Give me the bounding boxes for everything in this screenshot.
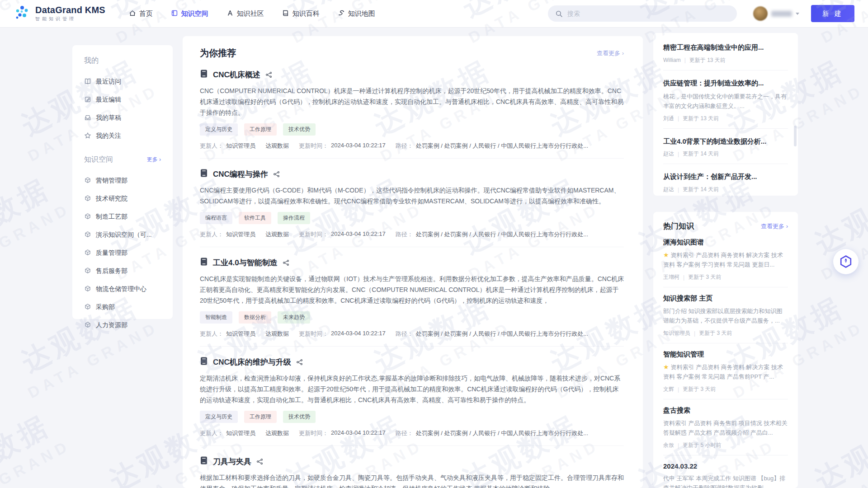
nav-item-label: 知识百科 [292,9,320,18]
article-title[interactable]: 工业4.0与智能制造 [213,258,278,268]
nav-item-knowledge-map[interactable]: 知识地图 [338,9,375,18]
share-icon[interactable] [273,171,280,178]
article-tag[interactable]: 未来趋势 [278,311,310,324]
recommend-item-title[interactable]: 从设计到生产：创新产品开发... [663,172,788,182]
article-title[interactable]: CNC机床概述 [213,70,260,80]
book-open-icon [84,78,91,86]
hot-knowledge-panel: 热门知识 查看更多 渊海知识图谱 ★资料索引 产品资料 商务资料 解决方案 技术… [653,212,798,488]
new-button[interactable]: 新 建 [811,5,854,22]
hot-item-title[interactable]: 渊海知识图谱 [663,238,788,247]
sidebar-space-item[interactable]: 质量管理部 [84,244,161,262]
recommend-item-title[interactable]: 精密工程在高端制造业中的应用... [663,42,788,52]
article-tag[interactable]: 智能制造 [200,311,232,324]
hot-knowledge-title: 热门知识 [663,221,694,231]
author: 赵达 [663,186,674,193]
article-tag[interactable]: 定义与历史 [200,411,238,423]
meta-org: 达观数据 [265,142,289,150]
recommend-item-title[interactable]: 工业4.0背景下的制造业数据分析... [663,136,788,146]
hot-item-title[interactable]: 知识搜索部 主页 [663,294,788,303]
article-tag[interactable]: 技术优势 [283,411,316,423]
knowledge-wiki-icon [282,9,289,18]
meta-updater: 知识管理员 [226,330,255,338]
hot-item-desc: 资料索引 产品资料 商务售前 项目情况 技术相关 答疑解惑 产品文档 产品视频介… [663,420,787,436]
sidebar-item-my-follows[interactable]: 我的关注 [84,127,161,145]
article-tag[interactable]: 操作流程 [278,212,310,224]
recommend-item-title[interactable]: 供应链管理：提升制造业效率的... [663,78,788,88]
recommend-item-desc: 桃花，是中国传统文化中的重要花卉之一，具有丰富的文化内涵和象征意义。... [663,92,788,111]
username-blurred [771,11,792,17]
user-menu[interactable] [753,6,799,21]
author: 赵达 [663,150,674,158]
article-tag[interactable]: 工作原理 [244,411,277,423]
article-tag[interactable]: 软件工具 [239,212,271,224]
sidebar-space-item[interactable]: 采购部 [84,298,161,316]
article-title[interactable]: CNC机床的维护与升级 [213,357,291,367]
sidebar-space-item[interactable]: 技术研究院 [84,190,161,208]
cube-icon [84,213,91,221]
sidebar-space-item[interactable]: 制造工艺部 [84,208,161,226]
search-input[interactable] [567,10,730,17]
meta-label: 路径： [396,330,413,338]
sidebar-item-recent-edits[interactable]: 最近编辑 [84,91,161,109]
meta-label: 更新时间： [299,429,328,437]
meta-label: 路径： [396,230,413,239]
nav-item-knowledge-wiki[interactable]: 知识百科 [282,9,320,18]
article-title[interactable]: CNC编程与操作 [213,169,268,179]
article-tag[interactable]: 数据分析 [239,311,271,324]
list-item: 知识搜索部 主页 部门介绍 知识搜索部以底层搜索能力和知识图谱能力为基础，不仅提… [663,287,788,343]
document-icon [200,357,208,367]
list-item: 工业4.0背景下的制造业数据分析... 赵达|更新于 14 天前 [663,129,788,164]
hot-item-title[interactable]: 2024.03.22 [663,462,788,470]
sidebar-space-item[interactable]: 人力资源部 [84,316,161,334]
sidebar-item-label: 我的关注 [96,132,121,140]
hot-item-title[interactable]: 智能知识管理 [663,350,788,359]
list-item: 精密工程在高端制造业中的应用... William|更新于 13 天前 [663,35,788,70]
meta-path-link[interactable]: 处罚案例 / 处罚案例 / 人民银行 / 中国人民银行上海市分行行政处... [416,230,588,239]
datagrand-dots-logo-icon [14,4,31,23]
spaces-more-link[interactable]: 更多 [147,156,161,164]
brand-logo[interactable]: DataGrand KMS 智能知识管理 [14,4,105,23]
meta-path-link[interactable]: 处罚案例 / 处罚案例 / 人民银行 / 中国人民银行上海市分行行政处... [416,429,588,437]
meta-path-link[interactable]: 处罚案例 / 处罚案例 / 人民银行 / 中国人民银行上海市分行行政处... [416,330,588,338]
global-search[interactable] [548,5,737,22]
nav-item-knowledge-space[interactable]: 知识空间 [171,9,208,18]
meta-updater: 知识管理员 [226,429,255,437]
article-title[interactable]: 刀具与夹具 [213,456,251,467]
nav-item-knowledge-community[interactable]: 知识社区 [226,9,264,18]
sidebar-section-spaces: 知识空间 [84,155,113,164]
nav-item-home[interactable]: 首页 [129,9,153,18]
sidebar-item-recent-visits[interactable]: 最近访问 [84,73,161,91]
article-tag[interactable]: 技术优势 [283,123,316,136]
share-icon[interactable] [296,359,303,366]
watermark-tile: 达观数据DATA GRAND [0,165,74,284]
article-tag[interactable]: 编程语言 [200,212,232,224]
updated-time: 更新于 5 小时前 [683,441,721,449]
scrollbar-thumb[interactable] [794,126,797,146]
article-tag[interactable]: 定义与历史 [200,123,238,136]
hot-item-desc: 资料索引 产品资料 商务资料 解决方案 技术资料 客户案例 学习资料 常见问题 … [663,252,783,268]
feed-see-more-link[interactable]: 查看更多 [597,49,624,57]
article-tag[interactable]: 工作原理 [244,123,277,136]
meta-path-link[interactable]: 处罚案例 / 处罚案例 / 人民银行 / 中国人民银行上海市分行行政处... [416,142,588,150]
sidebar-space-item[interactable]: 售后服务部 [84,262,161,280]
sidebar-item-my-drafts[interactable]: 我的草稿 [84,109,161,127]
meta-time: 2024-03-04 10:22:17 [331,330,386,338]
sidebar-space-item[interactable]: 物流仓储管理中心 [84,280,161,298]
updated-time: 更新于 13 天前 [683,115,719,122]
main-nav: 首页 知识空间 知识社区 [129,9,375,18]
share-icon[interactable] [283,259,289,266]
share-icon[interactable] [256,458,263,465]
hot-item-title[interactable]: 盘古搜索 [663,406,788,415]
avatar[interactable] [753,6,768,21]
ai-assistant-floating-button[interactable] [833,249,859,274]
list-item: 盘古搜索 资料索引 产品资料 商务售前 项目情况 技术相关 答疑解惑 产品文档 … [663,399,788,455]
sidebar-space-item[interactable]: 营销管理部 [84,172,161,190]
search-icon [555,10,563,18]
hot-see-more-link[interactable]: 查看更多 [761,222,788,230]
knowledge-community-icon [226,9,234,18]
author: 刘通 [663,115,674,122]
share-icon[interactable] [265,71,272,78]
brand-name: DataGrand KMS [35,5,105,15]
sidebar-space-item[interactable]: 演示知识空间（可... [84,226,161,244]
article-meta: 更新人：知识管理员达观数据 更新时间：2024-03-04 10:22:17 路… [200,330,624,338]
